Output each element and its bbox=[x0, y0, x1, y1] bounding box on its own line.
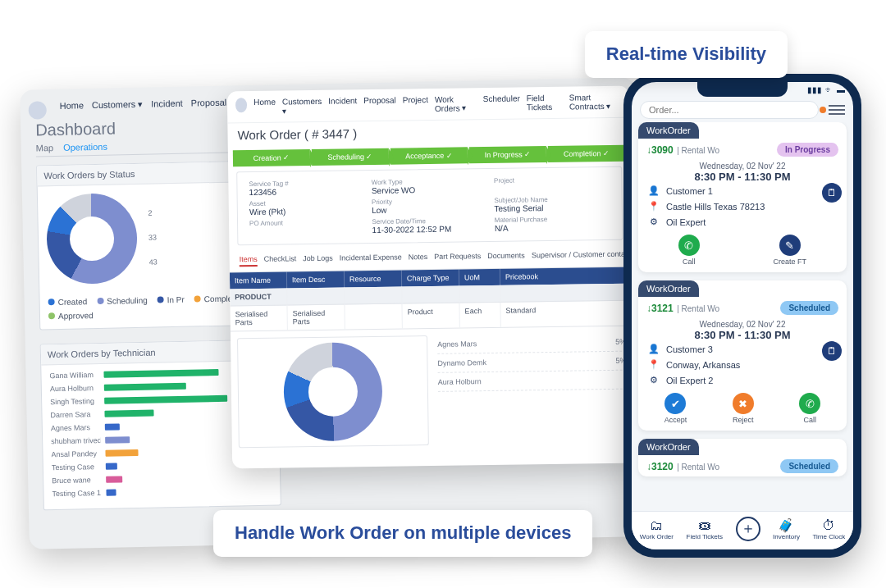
step-scheduling[interactable]: Scheduling ✓ bbox=[312, 148, 389, 166]
wnav-customers[interactable]: Customers ▾ bbox=[282, 97, 322, 116]
card-header: WorkOrder bbox=[638, 280, 699, 297]
work-order-date: Wednesday, 02 Nov' 22 bbox=[638, 162, 847, 171]
bottom-nav-add[interactable]: ＋ bbox=[736, 517, 760, 541]
info-cell: Service Tag #123456 bbox=[249, 179, 365, 197]
legend-item: Scheduling bbox=[97, 296, 148, 306]
action-accept[interactable]: ✔Accept bbox=[664, 393, 687, 424]
step-acceptance[interactable]: Acceptance ✓ bbox=[390, 147, 468, 164]
work-order-window: Home Customers ▾ Incident Proposal Proje… bbox=[227, 86, 634, 469]
wnav-scheduler[interactable]: Scheduler bbox=[483, 93, 520, 112]
cell-uom: Each bbox=[459, 303, 500, 328]
th-uom: UoM bbox=[459, 269, 500, 286]
meta-icon: 📍 bbox=[648, 201, 660, 212]
tab-documents[interactable]: Documents bbox=[487, 251, 525, 263]
step-inprogress[interactable]: In Progress ✓ bbox=[469, 146, 546, 163]
wnav-fieldtickets[interactable]: Field Tickets bbox=[527, 93, 563, 112]
legend-item: Created bbox=[48, 297, 88, 307]
work-order-card[interactable]: WorkOrder ↓3120 | Rental Wo Scheduled bbox=[638, 439, 847, 476]
th-chargetype: Charge Type bbox=[402, 270, 459, 287]
tab-notes[interactable]: Notes bbox=[409, 253, 428, 264]
phone-screen: ▮▮▮ ᯤ ▬ WorkOrder ↓3090 | Rental Wo In P… bbox=[632, 82, 853, 549]
search-input[interactable] bbox=[640, 101, 819, 119]
info-cell: Work TypeService WO bbox=[372, 177, 488, 195]
wnav-smartcontracts[interactable]: Smart Contracts ▾ bbox=[569, 93, 622, 112]
info-cell: AssetWire (Pkt) bbox=[249, 198, 366, 217]
meta-icon: 📍 bbox=[648, 359, 660, 370]
bottom-nav-inventory[interactable]: 🧳Inventory bbox=[773, 517, 800, 540]
info-cell: Project bbox=[494, 175, 610, 194]
action-call[interactable]: ✆Call bbox=[799, 393, 820, 424]
tab-checklist[interactable]: CheckList bbox=[264, 254, 297, 267]
donut-marker-top: 2 bbox=[148, 208, 156, 217]
note-icon[interactable]: 🗒 bbox=[822, 183, 842, 203]
tab-operations[interactable]: Operations bbox=[63, 142, 107, 153]
th-pricebook: Pricebook bbox=[500, 267, 632, 285]
tab-items[interactable]: Items bbox=[240, 255, 258, 267]
phone-notch bbox=[697, 82, 788, 97]
work-order-time: 8:30 PM - 11:30 PM bbox=[638, 329, 847, 341]
phone-bottom-nav: 🗂Work Order🎟Field Tickets＋🧳Inventory⏱Tim… bbox=[632, 511, 853, 549]
step-completion[interactable]: Completion ✓ bbox=[548, 145, 625, 162]
work-order-card[interactable]: WorkOrder ↓3121 | Rental Wo Scheduled We… bbox=[638, 280, 847, 431]
card-header: WorkOrder bbox=[638, 122, 699, 139]
nav-home[interactable]: Home bbox=[60, 100, 84, 119]
meta-row: 👤Customer 3 bbox=[638, 341, 847, 357]
info-cell: Material PurchaseN/A bbox=[495, 215, 611, 233]
app-logo-icon bbox=[29, 101, 47, 119]
callout-multidevice: Handle Work Order on multiple devices bbox=[213, 510, 592, 557]
cell-product: PRODUCT bbox=[230, 288, 287, 305]
work-order-info-grid: Service Tag #123456Work TypeService WOPr… bbox=[236, 166, 623, 246]
wnav-proposal[interactable]: Proposal bbox=[363, 96, 396, 115]
status-badge: Scheduled bbox=[780, 459, 838, 473]
action-call[interactable]: ✆Call bbox=[678, 235, 700, 266]
cell-itemdesc: Serialised Parts bbox=[287, 304, 345, 330]
status-donut-chart bbox=[46, 193, 138, 285]
meta-icon: ⚙ bbox=[648, 375, 660, 385]
right-stats: Agnes Mars5% Dynamo Demk5% Aura Holburn bbox=[437, 333, 628, 445]
bottom-nav-field-tickets[interactable]: 🎟Field Tickets bbox=[687, 517, 723, 540]
wnav-home[interactable]: Home bbox=[253, 98, 276, 116]
meta-icon: ⚙ bbox=[648, 217, 660, 227]
work-order-date: Wednesday, 02 Nov' 22 bbox=[638, 320, 847, 329]
cell-pricebook: Standard bbox=[500, 301, 632, 327]
note-icon[interactable]: 🗒 bbox=[822, 341, 842, 361]
info-cell: PO Amount bbox=[249, 218, 366, 236]
info-cell: PriorityLow bbox=[372, 197, 488, 215]
action-create ft[interactable]: ✎Create FT bbox=[774, 235, 807, 266]
meta-row: 📍Conway, Arkansas bbox=[638, 357, 847, 372]
tab-map[interactable]: Map bbox=[36, 143, 54, 153]
work-order-card[interactable]: WorkOrder ↓3090 | Rental Wo In Progress … bbox=[638, 122, 847, 272]
status-badge: Scheduled bbox=[780, 301, 838, 315]
work-order-time: 8:30 PM - 11:30 PM bbox=[638, 171, 847, 183]
legend-item: Approved bbox=[48, 311, 94, 321]
work-order-id: ↓3120 bbox=[646, 461, 674, 472]
wnav-project[interactable]: Project bbox=[403, 95, 428, 113]
th-itemdesc: Item Desc bbox=[287, 271, 345, 288]
bottom-nav-time-clock[interactable]: ⏱Time Clock bbox=[812, 517, 845, 540]
technician-row: Bruce wane bbox=[52, 472, 272, 485]
wnav-workorders[interactable]: Work Orders ▾ bbox=[435, 94, 477, 113]
hamburger-icon[interactable] bbox=[829, 105, 845, 115]
cell-resource bbox=[345, 303, 402, 329]
nav-proposal[interactable]: Proposal bbox=[191, 98, 227, 116]
battery-icon: ▬ bbox=[837, 85, 845, 94]
info-cell: Subject/Job NameTesting Serial bbox=[494, 195, 610, 213]
nav-incident[interactable]: Incident bbox=[151, 98, 183, 117]
nav-customers[interactable]: Customers ▾ bbox=[92, 99, 144, 118]
progress-steps: Creation ✓ Scheduling ✓ Acceptance ✓ In … bbox=[233, 145, 625, 167]
action-reject[interactable]: ✖Reject bbox=[733, 393, 754, 424]
meta-row: ⚙Oil Expert 2 bbox=[638, 372, 847, 388]
wifi-icon: ᯤ bbox=[825, 85, 833, 94]
tab-partrequests[interactable]: Part Requests bbox=[434, 252, 481, 264]
work-order-id: ↓3121 bbox=[646, 303, 674, 314]
bottom-nav-work-order[interactable]: 🗂Work Order bbox=[640, 517, 674, 540]
wnav-incident[interactable]: Incident bbox=[328, 96, 357, 114]
tab-joblogs[interactable]: Job Logs bbox=[303, 254, 333, 267]
work-order-list[interactable]: WorkOrder ↓3090 | Rental Wo In Progress … bbox=[632, 122, 853, 511]
cell-itemname: Serialised Parts bbox=[230, 305, 287, 330]
step-creation[interactable]: Creation ✓ bbox=[233, 149, 310, 166]
legend-item: In Pr bbox=[158, 295, 185, 305]
status-badge: In Progress bbox=[777, 143, 838, 157]
tab-supervisor[interactable]: Supervisor / Customer contact bbox=[532, 250, 631, 263]
tab-incidental[interactable]: Incidental Expense bbox=[340, 253, 402, 265]
